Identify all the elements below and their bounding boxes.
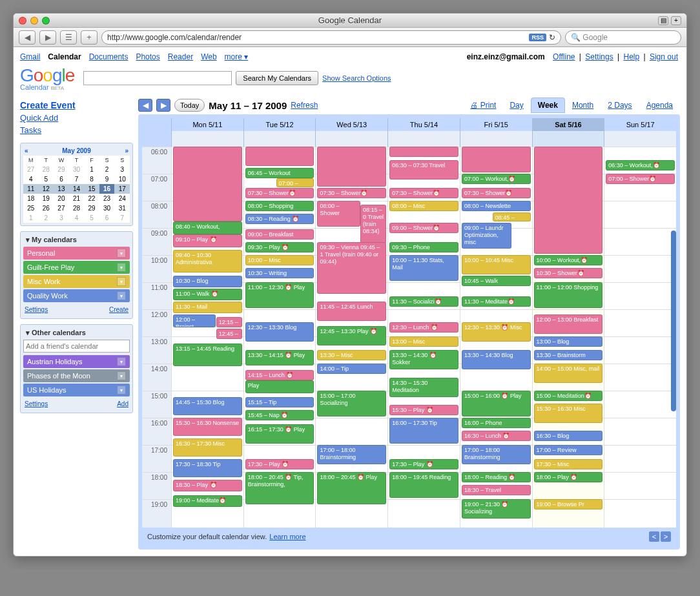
- mycals-create[interactable]: Create: [109, 306, 129, 313]
- mini-day[interactable]: 7: [114, 213, 130, 223]
- mini-day[interactable]: 31: [114, 203, 130, 213]
- mini-day[interactable]: 12: [39, 184, 54, 194]
- url-bar[interactable]: http://www.google.com/calendar/render RS…: [101, 30, 561, 45]
- calendar-event[interactable]: 12:15 –: [216, 317, 242, 327]
- mini-day[interactable]: 6: [54, 174, 69, 184]
- calendar-event[interactable]: 15:30 – Play ⏰: [389, 405, 458, 415]
- calendar-event[interactable]: 13:30 – 14:30 ⏰ Sokker: [389, 350, 458, 369]
- day-column[interactable]: 06:30 – Workout,⏰07:00 – Shower⏰: [604, 147, 676, 528]
- calendar-event[interactable]: 15:00 – Meditation⏰: [534, 391, 603, 401]
- calendar-event[interactable]: Play: [245, 380, 314, 393]
- calendar-event[interactable]: 11:45 – 12:45 Lunch: [317, 302, 386, 321]
- close-icon[interactable]: [19, 17, 26, 25]
- calendar-event[interactable]: 13:00 – Misc: [389, 336, 458, 347]
- calendar-event[interactable]: 09:00 – Breakfast: [245, 229, 314, 240]
- mini-day[interactable]: 4: [23, 174, 39, 184]
- search-calendars-button[interactable]: Search My Calendars: [236, 71, 318, 85]
- add-tab-button[interactable]: +: [671, 16, 681, 25]
- mini-day[interactable]: 5: [39, 174, 54, 184]
- mini-day[interactable]: 25: [23, 203, 39, 213]
- calendar-event[interactable]: 11:30 – Socializi⏰: [389, 296, 458, 307]
- calendar-menu-icon[interactable]: ▾: [117, 249, 126, 258]
- mini-day[interactable]: 18: [23, 194, 39, 203]
- calendar-event[interactable]: 13:00 – Blog: [534, 336, 603, 347]
- mini-day[interactable]: 23: [99, 194, 115, 203]
- othercals-settings[interactable]: Settings: [25, 400, 48, 407]
- calendar-event[interactable]: 07:30 – Shower⏰: [245, 188, 314, 198]
- calendar-event[interactable]: 18:00 – 20:45 ⏰ Play: [317, 472, 386, 504]
- nav-settings[interactable]: Settings: [585, 52, 613, 61]
- calendar-event[interactable]: 14:45 – 15:30 Blog: [173, 397, 242, 415]
- calendar-event[interactable]: 08:45 –: [493, 212, 531, 221]
- add-friend-input[interactable]: [23, 340, 130, 353]
- day-column[interactable]: 07:00 – Workout,⏰07:30 – Shower⏰08:00 – …: [460, 147, 532, 528]
- mycals-settings[interactable]: Settings: [25, 306, 48, 313]
- day-column[interactable]: 06:30 – 07:30 Travel07:30 – Shower⏰08:00…: [387, 147, 460, 528]
- nav-link-documents[interactable]: Documents: [89, 52, 129, 61]
- calendar-event[interactable]: 10:00 – Misc: [245, 255, 314, 265]
- mini-day[interactable]: 27: [23, 165, 39, 174]
- mini-day[interactable]: 28: [69, 203, 85, 213]
- nav-link-more ▾[interactable]: more ▾: [225, 52, 249, 61]
- calendar-event[interactable]: 12:45 – 13:30 Play ⏰: [317, 326, 386, 345]
- calendar-event[interactable]: [389, 147, 458, 157]
- prev-month[interactable]: «: [25, 147, 28, 154]
- scrollbar[interactable]: [671, 231, 676, 411]
- next-week-button[interactable]: ▶: [156, 99, 170, 112]
- calendar-event[interactable]: 18:00 – 20:45 ⏰ Tip, Brainstorming,: [245, 472, 314, 504]
- calendar-menu-icon[interactable]: ▾: [117, 357, 126, 366]
- calendar-event[interactable]: 17:30 – Play ⏰: [389, 459, 458, 469]
- calendar-event[interactable]: 14:00 – Tip: [317, 364, 386, 374]
- calendar-event[interactable]: 13:15 – 14:45 Reading: [173, 344, 242, 366]
- mini-day[interactable]: 2: [39, 213, 54, 223]
- view-tab-day[interactable]: Day: [502, 98, 530, 112]
- calendar-event[interactable]: 12:30 – 13:30 Blog: [245, 322, 314, 342]
- mini-day[interactable]: 17: [114, 184, 130, 194]
- refresh-link[interactable]: Refresh: [291, 101, 318, 110]
- calendar-event[interactable]: 17:00 – 18:00 Brainstorming: [317, 445, 386, 464]
- calendar-event[interactable]: 16:30 – 17:30 Misc: [173, 438, 242, 457]
- calendar-event[interactable]: 07:00 – Shower⏰: [606, 174, 675, 184]
- forward-button[interactable]: ▶: [39, 30, 56, 45]
- calendar-event[interactable]: 08:00 – Shopping: [245, 201, 314, 211]
- calendar-event[interactable]: 07:00 –: [276, 178, 314, 187]
- mini-day[interactable]: 9: [99, 174, 115, 184]
- nav-sign-out[interactable]: Sign out: [650, 52, 678, 61]
- calendar-guilt-free-play[interactable]: Guilt-Free Play▾: [23, 261, 130, 274]
- mini-day[interactable]: 7: [69, 174, 85, 184]
- calendar-event[interactable]: [317, 147, 386, 187]
- calendar-event[interactable]: 17:30 – 18:30 Tip: [173, 459, 242, 477]
- calendar-menu-icon[interactable]: ▾: [117, 371, 126, 380]
- calendar-event[interactable]: 06:30 – Workout,⏰: [606, 160, 675, 170]
- calendar-event[interactable]: 12:45 –: [216, 329, 242, 339]
- calendar-event[interactable]: 19:00 – Meditate⏰: [173, 495, 242, 507]
- calendar-event[interactable]: [462, 147, 531, 172]
- calendar-misc-work[interactable]: Misc Work▾: [23, 275, 130, 288]
- calendar-event[interactable]: 18:00 – Play ⏰: [534, 472, 603, 482]
- calendar-event[interactable]: 17:30 – Play ⏰: [245, 459, 314, 469]
- day-column[interactable]: 10:00 – Workout,⏰10:30 – Shower⏰11:00 – …: [532, 147, 604, 528]
- calendar-event[interactable]: 19:00 – Browse Pr: [534, 499, 603, 509]
- calendar-event[interactable]: 13:30 – Brainstorm: [534, 350, 603, 360]
- calendar-event[interactable]: 08:30 – Reading ⏰: [245, 214, 314, 224]
- mini-day[interactable]: 15: [84, 184, 99, 194]
- mini-day[interactable]: 28: [39, 165, 54, 174]
- page-prev[interactable]: <: [649, 531, 659, 542]
- calendar-event[interactable]: 17:30 – Misc: [534, 459, 603, 469]
- nav-offline[interactable]: Offline: [553, 52, 575, 61]
- calendar-event[interactable]: 09:40 – 10:30 Administrativa: [173, 250, 242, 272]
- calendar-event[interactable]: 08:00 – Misc: [389, 201, 458, 211]
- nav-link-photos[interactable]: Photos: [136, 52, 160, 61]
- day-column[interactable]: 08:40 – Workout,09:10 – Play ⏰09:40 – 10…: [171, 147, 243, 528]
- calendar-menu-icon[interactable]: ▾: [117, 277, 126, 286]
- mini-day[interactable]: 20: [54, 194, 69, 203]
- calendar-event[interactable]: 09:00 – Shower⏰: [389, 223, 458, 233]
- mini-day[interactable]: 14: [69, 184, 85, 194]
- calendar-event[interactable]: 17:00 – 18:00 Brainstorming: [462, 445, 531, 464]
- calendar-event[interactable]: 14:30 – 15:30 Meditation: [389, 378, 458, 397]
- view-tab-week[interactable]: Week: [531, 98, 565, 113]
- day-column[interactable]: 07:30 – Shower⏰08:00 – Shower08:15 – 0 T…: [315, 147, 387, 528]
- calendar-event[interactable]: 18:30 – Travel: [462, 485, 531, 495]
- mini-day[interactable]: 30: [99, 203, 115, 213]
- mini-day[interactable]: 5: [84, 213, 99, 223]
